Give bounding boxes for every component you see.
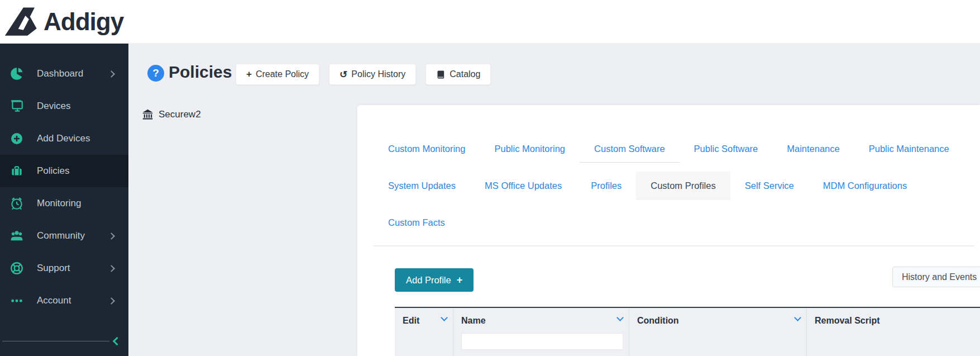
tab-row-2: System Updates MS Office Updates Profile… [357, 172, 980, 200]
sidebar-item-label: Account [37, 295, 71, 306]
tab-public-maintenance[interactable]: Public Maintenance [854, 135, 964, 163]
chevron-right-icon [108, 265, 115, 272]
history-and-events-button[interactable]: History and Events [892, 267, 980, 287]
history-icon: ↺ [340, 69, 347, 80]
column-header-condition: Condition [629, 308, 807, 356]
sidebar-divider [2, 341, 109, 341]
policy-history-label: Policy History [351, 69, 405, 79]
sidebar-item-devices[interactable]: Devices [0, 90, 128, 122]
tab-ms-office-updates[interactable]: MS Office Updates [470, 172, 576, 200]
section-divider [373, 245, 974, 246]
create-policy-button[interactable]: + Create Policy [236, 64, 319, 85]
name-filter-input[interactable] [461, 333, 623, 350]
policy-group-item[interactable]: Securew2 [142, 108, 201, 120]
sidebar-item-monitoring[interactable]: Monitoring [0, 187, 128, 220]
create-policy-label: Create Policy [256, 69, 309, 79]
column-label: Edit [403, 316, 419, 325]
page-title: Policies [169, 63, 232, 82]
column-header-removal-script: Removal Script [807, 308, 980, 356]
chevron-down-icon[interactable] [441, 314, 448, 321]
sidebar-item-label: Dashboard [37, 68, 83, 79]
sidebar-item-label: Support [37, 263, 70, 274]
help-icon[interactable]: ? [147, 65, 164, 82]
top-bar: Addigy [0, 0, 980, 44]
sidebar-item-add-devices[interactable]: Add Devices [0, 122, 128, 155]
chevron-right-icon [108, 70, 115, 78]
main-area: ? Policies + Create Policy ↺ Policy Hist… [128, 44, 980, 356]
addigy-logo-icon [4, 6, 40, 38]
profiles-table-header: Edit Name Condition Removal Script [395, 307, 980, 356]
monitor-icon [8, 98, 25, 115]
tab-row-3: Custom Facts [357, 208, 980, 236]
plus-circle-icon [8, 130, 25, 147]
policy-card: Custom Monitoring Public Monitoring Cust… [357, 105, 980, 356]
sidebar-item-label: Add Devices [37, 133, 90, 144]
column-label: Name [461, 316, 486, 325]
tab-system-updates[interactable]: System Updates [374, 172, 470, 200]
catalog-label: Catalog [450, 69, 480, 79]
column-label: Condition [637, 316, 679, 325]
catalog-button[interactable]: Catalog [426, 64, 491, 85]
bank-icon [142, 108, 154, 120]
addigy-logo[interactable]: Addigy [4, 6, 123, 38]
tab-public-monitoring[interactable]: Public Monitoring [480, 135, 580, 163]
people-icon [8, 227, 25, 244]
tab-custom-software[interactable]: Custom Software [580, 135, 680, 163]
life-ring-icon [8, 260, 25, 277]
sidebar-item-support[interactable]: Support [0, 252, 128, 284]
sidebar-footer [0, 338, 128, 344]
tab-public-software[interactable]: Public Software [680, 135, 773, 163]
tab-profiles[interactable]: Profiles [576, 172, 636, 200]
collapse-sidebar-icon[interactable] [113, 337, 122, 346]
chevron-down-icon[interactable] [794, 314, 801, 321]
policy-group-name: Securew2 [159, 109, 201, 120]
briefcase-icon [8, 163, 25, 179]
add-profile-label: Add Profile [406, 275, 451, 286]
sidebar-item-label: Policies [37, 165, 70, 177]
sidebar-item-dashboard[interactable]: Dashboard [0, 58, 128, 90]
alarm-clock-icon [8, 195, 25, 212]
chevron-right-icon [108, 232, 115, 240]
tab-maintenance[interactable]: Maintenance [772, 135, 854, 163]
brand-name: Addigy [44, 8, 123, 36]
sidebar-item-community[interactable]: Community [0, 220, 128, 252]
tab-custom-monitoring[interactable]: Custom Monitoring [374, 135, 480, 163]
add-profile-button[interactable]: Add Profile + [395, 268, 474, 292]
plus-icon: + [246, 69, 252, 80]
tab-mdm-configurations[interactable]: MDM Configurations [809, 172, 921, 200]
policy-tabs: Custom Monitoring Public Monitoring Cust… [357, 105, 980, 236]
sidebar: Dashboard Devices Add Devices Policies M… [0, 44, 128, 356]
chevron-down-icon[interactable] [616, 314, 624, 321]
sidebar-item-label: Devices [37, 101, 70, 112]
sidebar-item-label: Community [37, 230, 85, 241]
ellipsis-icon [8, 292, 25, 309]
header-buttons: + Create Policy ↺ Policy History Catalog [236, 64, 491, 85]
tab-custom-facts[interactable]: Custom Facts [374, 208, 460, 236]
sidebar-item-account[interactable]: Account [0, 284, 128, 317]
column-label: Removal Script [815, 316, 879, 325]
plus-icon: + [457, 274, 463, 286]
chevron-right-icon [108, 297, 115, 305]
book-icon [436, 70, 446, 79]
policy-history-button[interactable]: ↺ Policy History [329, 64, 416, 85]
column-header-name: Name [453, 308, 629, 356]
sidebar-item-policies[interactable]: Policies [0, 155, 128, 187]
tab-custom-profiles[interactable]: Custom Profiles [636, 172, 730, 200]
pie-chart-icon [8, 65, 25, 82]
tab-self-service[interactable]: Self Service [730, 172, 809, 200]
sidebar-item-label: Monitoring [37, 198, 81, 209]
tab-row-1: Custom Monitoring Public Monitoring Cust… [357, 135, 980, 163]
column-header-edit: Edit [395, 308, 453, 356]
